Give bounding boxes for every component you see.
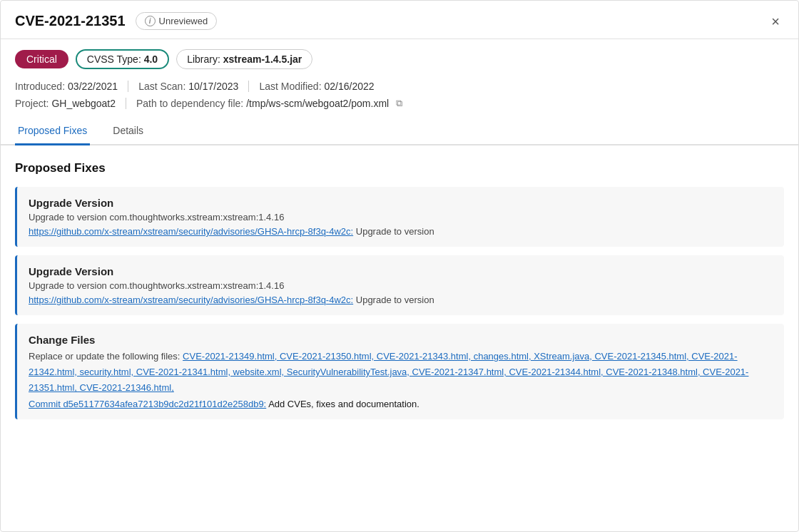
introduced-value: 03/22/2021: [68, 81, 118, 92]
fix-card-1-link-suffix: Upgrade to version: [353, 226, 434, 237]
last-scan-label: Last Scan:: [138, 81, 185, 92]
fix-card-2-link-suffix: Upgrade to version: [353, 295, 434, 305]
change-files-title: Change Files: [29, 334, 773, 346]
fix-card-2-title: Upgrade Version: [29, 265, 773, 277]
fix-card-1-link[interactable]: https://github.com/x-stream/xstream/secu…: [29, 226, 353, 237]
path-item: Path to dependency file: /tmp/ws-scm/web…: [136, 98, 402, 109]
main-panel: CVE-2021-21351 i Unreviewed × Critical C…: [0, 0, 799, 532]
last-scan-value: 10/17/2023: [188, 81, 238, 92]
introduced-item: Introduced: 03/22/2021: [15, 81, 118, 92]
tab-details[interactable]: Details: [110, 119, 146, 145]
project-item: Project: GH_webgoat2: [15, 98, 116, 109]
last-modified-value: 02/16/2022: [325, 81, 375, 92]
commit-desc: Add CVEs, fixes and documentation.: [266, 399, 419, 409]
fix-card-1: Upgrade Version Upgrade to version com.t…: [15, 187, 784, 247]
meta-separator-1: [128, 81, 128, 92]
severity-badge: Critical: [15, 50, 68, 68]
meta-separator-3: [126, 98, 126, 109]
fix-card-1-desc: Upgrade to version com.thoughtworks.xstr…: [29, 212, 773, 222]
content-area: Proposed Fixes Upgrade Version Upgrade t…: [1, 145, 798, 442]
commit-line: Commit d5e51177634afea7213b9dc2d21f101d2…: [29, 399, 773, 409]
tab-proposed-fixes[interactable]: Proposed Fixes: [15, 119, 90, 145]
meta-row-1: Introduced: 03/22/2021 Last Scan: 10/17/…: [1, 76, 798, 95]
library-value: xstream-1.4.5.jar: [223, 53, 302, 65]
cvss-value: 4.0: [144, 53, 158, 65]
unreviewed-label: Unreviewed: [159, 16, 208, 26]
introduced-label: Introduced:: [15, 81, 65, 92]
section-title: Proposed Fixes: [15, 161, 784, 175]
cvss-label: CVSS Type:: [87, 53, 141, 65]
library-label: Library:: [187, 53, 220, 65]
meta-separator-2: [248, 81, 249, 92]
panel-header: CVE-2021-21351 i Unreviewed ×: [1, 1, 798, 39]
cvss-badge: CVSS Type: 4.0: [76, 49, 169, 69]
fix-card-2-desc: Upgrade to version com.thoughtworks.xstr…: [29, 280, 773, 291]
change-files-desc: Replace or update the following files: C…: [29, 349, 773, 396]
close-button[interactable]: ×: [767, 13, 784, 30]
unreviewed-badge: i Unreviewed: [136, 12, 218, 30]
info-icon: i: [145, 16, 156, 26]
commit-link[interactable]: Commit d5e51177634afea7213b9dc2d21f101d2…: [29, 399, 266, 409]
path-value: /tmp/ws-scm/webgoat2/pom.xml: [246, 98, 389, 109]
change-files-card: Change Files Replace or update the follo…: [15, 324, 784, 419]
header-left: CVE-2021-21351 i Unreviewed: [15, 12, 217, 30]
fix-card-2-link[interactable]: https://github.com/x-stream/xstream/secu…: [29, 295, 353, 305]
tabs-bar: Proposed Fixes Details: [1, 119, 798, 145]
library-badge: Library: xstream-1.4.5.jar: [176, 49, 312, 69]
fix-card-1-title: Upgrade Version: [29, 197, 773, 209]
last-modified-item: Last Modified: 02/16/2022: [259, 81, 374, 92]
change-files-prefix: Replace or update the following files:: [29, 351, 180, 362]
fix-card-2: Upgrade Version Upgrade to version com.t…: [15, 255, 784, 315]
badges-row: Critical CVSS Type: 4.0 Library: xstream…: [1, 39, 798, 76]
project-label: Project:: [15, 98, 49, 109]
path-label: Path to dependency file:: [136, 98, 243, 109]
last-scan-item: Last Scan: 10/17/2023: [138, 81, 238, 92]
cve-title: CVE-2021-21351: [15, 13, 126, 29]
meta-row-2: Project: GH_webgoat2 Path to dependency …: [1, 95, 798, 116]
project-value: GH_webgoat2: [51, 98, 116, 109]
copy-icon[interactable]: ⧉: [396, 98, 402, 109]
last-modified-label: Last Modified:: [259, 81, 321, 92]
